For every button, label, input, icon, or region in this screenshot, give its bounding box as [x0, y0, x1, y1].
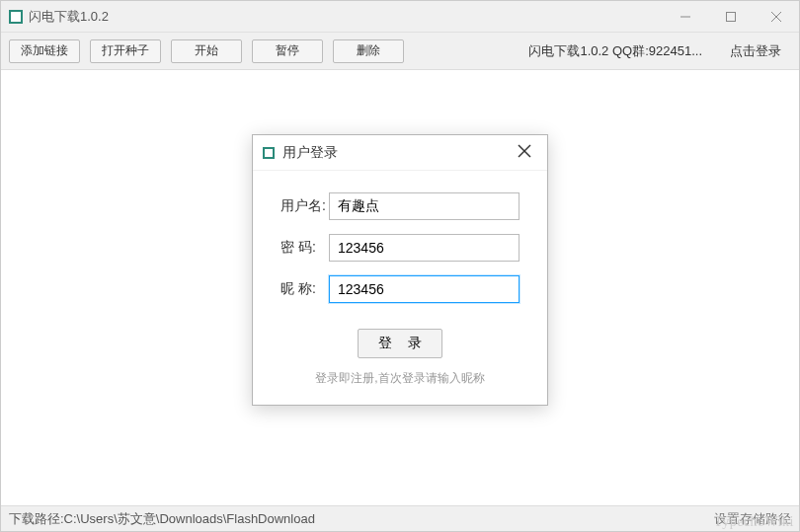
- minimize-icon: [680, 12, 690, 22]
- set-path-link[interactable]: 设置存储路径: [714, 510, 791, 528]
- login-dialog: 用户登录 用户名: 密 码: 昵 称:: [252, 134, 548, 406]
- password-label: 密 码:: [280, 239, 329, 257]
- content-area: 用户登录 用户名: 密 码: 昵 称:: [1, 70, 799, 505]
- login-link[interactable]: 点击登录: [730, 42, 781, 60]
- window-title: 闪电下载1.0.2: [29, 8, 663, 26]
- close-button[interactable]: [754, 1, 799, 32]
- dialog-titlebar: 用户登录: [253, 135, 547, 171]
- svg-rect-1: [727, 12, 736, 21]
- dialog-icon: [263, 147, 275, 159]
- pause-button[interactable]: 暂停: [252, 39, 323, 63]
- statusbar: 下载路径:C:\Users\苏文意\Downloads\FlashDownloa…: [1, 505, 799, 531]
- window-controls: [663, 1, 799, 32]
- close-icon: [518, 144, 531, 158]
- username-row: 用户名:: [280, 192, 520, 220]
- app-icon: [9, 10, 23, 24]
- maximize-button[interactable]: [708, 1, 754, 32]
- main-window: 闪电下载1.0.2 添加链接 打开种子 开始 暂停 删除 闪电下载1.0.2 Q…: [0, 0, 800, 532]
- start-button[interactable]: 开始: [171, 39, 242, 63]
- login-button-row: 登 录: [280, 329, 520, 358]
- titlebar: 闪电下载1.0.2: [1, 1, 799, 33]
- minimize-button[interactable]: [663, 1, 708, 32]
- password-input[interactable]: [329, 234, 520, 262]
- toolbar: 添加链接 打开种子 开始 暂停 删除 闪电下载1.0.2 QQ群:922451.…: [1, 33, 799, 70]
- dialog-body: 用户名: 密 码: 昵 称: 登 录 登录即注册,首次登录请输入昵称: [253, 171, 547, 405]
- password-row: 密 码:: [280, 234, 520, 262]
- open-torrent-button[interactable]: 打开种子: [90, 39, 161, 63]
- nickname-label: 昵 称:: [280, 280, 329, 298]
- dialog-title-text: 用户登录: [282, 144, 512, 162]
- dialog-close-button[interactable]: [512, 140, 537, 165]
- login-submit-button[interactable]: 登 录: [358, 329, 442, 358]
- download-path-text: 下载路径:C:\Users\苏文意\Downloads\FlashDownloa…: [9, 510, 315, 528]
- username-label: 用户名:: [280, 197, 329, 215]
- nickname-input[interactable]: [329, 275, 520, 303]
- add-link-button[interactable]: 添加链接: [9, 39, 80, 63]
- nickname-row: 昵 称:: [280, 275, 520, 303]
- app-info-text: 闪电下载1.0.2 QQ群:922451...: [528, 42, 702, 60]
- close-icon: [771, 12, 781, 22]
- username-input[interactable]: [329, 192, 520, 220]
- delete-button[interactable]: 删除: [333, 39, 404, 63]
- maximize-icon: [726, 12, 736, 22]
- login-hint: 登录即注册,首次登录请输入昵称: [280, 370, 520, 387]
